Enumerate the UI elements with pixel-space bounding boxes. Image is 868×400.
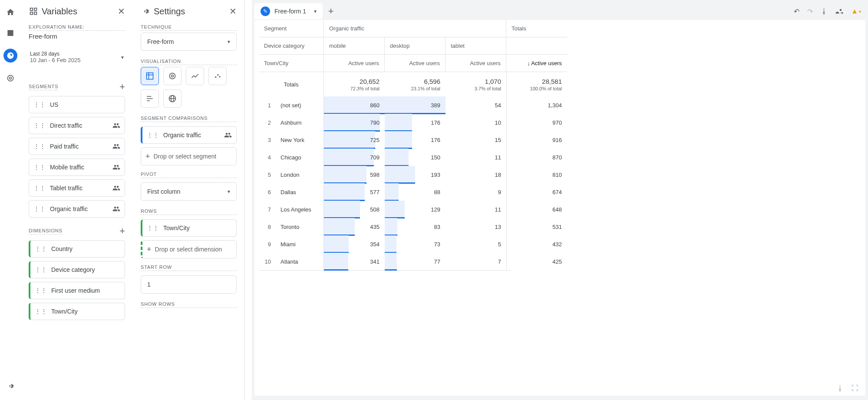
table-row[interactable]: 5London [259, 166, 324, 183]
table-row[interactable]: 3New York [259, 131, 324, 149]
dimension-chip[interactable]: ⋮⋮ Country [29, 240, 125, 258]
table-row[interactable]: 7Los Angeles [259, 201, 324, 218]
drag-handle-icon: ⋮⋮ [33, 185, 46, 192]
date-range-picker[interactable]: Last 28 days 10 Jan - 6 Feb 2025 ▾ [29, 48, 125, 66]
add-dimension-button[interactable]: + [119, 225, 125, 237]
tab-label: Free-form 1 [274, 8, 306, 15]
cell-mobile: 508 [324, 201, 385, 218]
table-row[interactable]: 9Miami [259, 235, 324, 253]
viz-donut-icon[interactable] [163, 67, 182, 85]
segment-chip[interactable]: ⋮⋮ Paid traffic [29, 138, 125, 155]
svg-rect-4 [34, 8, 37, 11]
viz-line-icon[interactable] [186, 67, 204, 85]
pivot-select[interactable]: First column ▾ [141, 182, 237, 201]
cell-total: 425 [506, 253, 567, 270]
caret-down-icon: ▾ [228, 188, 230, 195]
hdr-town-city: Town/City [259, 55, 324, 72]
hdr-active-users-total[interactable]: ↓Active users [506, 55, 567, 72]
add-tab-button[interactable]: + [323, 3, 339, 20]
cell-desktop: 176 [385, 131, 446, 149]
warning-icon[interactable]: ▲▾ [851, 7, 861, 16]
cell-desktop: 77 [385, 253, 446, 270]
svg-point-10 [172, 75, 174, 77]
drag-handle-icon: ⋮⋮ [147, 225, 159, 231]
drop-dimension-target[interactable]: + Drop or select dimension [141, 240, 237, 258]
viz-table-icon[interactable] [141, 67, 159, 85]
share-icon[interactable] [835, 7, 843, 16]
fullscreen-icon[interactable]: ⛶ [851, 384, 858, 392]
totals-desktop: 6,596 23.1% of total [385, 72, 446, 96]
admin-gear-icon[interactable] [5, 381, 16, 391]
hdr-mobile: mobile [324, 37, 385, 55]
download-icon[interactable]: ⭳ [821, 7, 828, 16]
svg-rect-3 [30, 12, 33, 15]
drag-handle-icon: ⋮⋮ [147, 132, 159, 139]
dimension-chip[interactable]: ⋮⋮ First user medium [29, 282, 125, 299]
viz-scatter-icon[interactable] [208, 67, 227, 85]
undo-icon[interactable]: ↶ [794, 7, 799, 16]
svg-point-9 [169, 73, 175, 79]
segment-comparison-label: Organic traffic [163, 132, 224, 139]
table-row[interactable]: 10Atlanta [259, 253, 324, 270]
close-variables-icon[interactable]: ✕ [118, 6, 125, 17]
hdr-active-users-desktop[interactable]: Active users [385, 55, 446, 72]
cell-desktop: 176 [385, 114, 446, 131]
reports-icon[interactable] [5, 28, 16, 38]
segment-comparisons-label: SEGMENT COMPARISONS [141, 116, 237, 122]
table-row[interactable]: 8Toronto [259, 218, 324, 235]
cell-total: 531 [506, 218, 567, 235]
table-row[interactable]: 1(not set) [259, 96, 324, 114]
segment-label: US [50, 101, 120, 108]
export-icon[interactable]: ⭳ [837, 384, 844, 392]
cell-tablet: 9 [446, 183, 506, 201]
dimension-chip[interactable]: ⋮⋮ Device category [29, 261, 125, 278]
dimension-label: Town/City [51, 308, 120, 315]
hdr-active-users-mobile[interactable]: Active users [324, 55, 385, 72]
people-icon [112, 122, 120, 129]
cell-desktop: 73 [385, 235, 446, 253]
exploration-name[interactable]: Free-form [29, 33, 125, 40]
segment-label: Organic traffic [50, 205, 112, 212]
viz-geo-icon[interactable] [163, 89, 182, 108]
drop-segment-target[interactable]: + Drop or select segment [141, 147, 237, 165]
advertising-icon[interactable] [5, 73, 16, 83]
technique-select[interactable]: Free-form ▾ [141, 33, 237, 51]
segment-chip[interactable]: ⋮⋮ Mobile traffic [29, 159, 125, 176]
dimension-chip[interactable]: ⋮⋮ Town/City [29, 303, 125, 320]
segment-comparison-chip[interactable]: ⋮⋮ Organic traffic [141, 126, 237, 144]
caret-down-icon[interactable]: ▾ [314, 8, 317, 14]
variables-title: Variables [42, 7, 77, 17]
table-row[interactable]: 2Ashburn [259, 114, 324, 131]
explore-icon[interactable] [3, 49, 17, 63]
home-icon[interactable] [5, 7, 16, 17]
rows-chip[interactable]: ⋮⋮ Town/City [141, 219, 237, 237]
segment-chip[interactable]: ⋮⋮ Direct traffic [29, 117, 125, 134]
caret-down-icon: ▾ [228, 39, 230, 45]
table-row[interactable]: 4Chicago [259, 149, 324, 166]
exploration-name-label: EXPLORATION NAME: [29, 24, 125, 31]
left-rail [0, 0, 21, 400]
rows-chip-label: Town/City [163, 225, 232, 231]
viz-bar-icon[interactable] [141, 89, 159, 108]
technique-value: Free-form [147, 38, 174, 45]
tab-freeform-1[interactable]: ✎ Free-form 1 ▾ [254, 3, 323, 20]
start-row-input[interactable] [141, 275, 237, 294]
segment-chip[interactable]: ⋮⋮ US [29, 96, 125, 113]
hdr-active-users-tablet[interactable]: Active users [446, 55, 506, 72]
visualisation-label: VISUALISATION [141, 59, 237, 65]
close-settings-icon[interactable]: ✕ [229, 6, 237, 17]
segment-label: Direct traffic [50, 122, 112, 129]
report-table: SegmentOrganic trafficTotalsDevice categ… [254, 20, 865, 396]
redo-icon[interactable]: ↷ [807, 7, 813, 16]
variables-panel: Variables ✕ EXPLORATION NAME: Free-form … [21, 0, 133, 400]
cell-tablet: 18 [446, 166, 506, 183]
segment-label: Paid traffic [50, 143, 112, 150]
drag-handle-icon: ⋮⋮ [33, 122, 46, 129]
segments-section-label: SEGMENTS [29, 84, 58, 90]
add-segment-button[interactable]: + [119, 81, 125, 93]
segment-chip[interactable]: ⋮⋮ Organic traffic [29, 200, 125, 218]
segment-chip[interactable]: ⋮⋮ Tablet traffic [29, 179, 125, 197]
cell-desktop: 389 [385, 96, 446, 114]
hdr-organic: Organic traffic [324, 20, 506, 37]
table-row[interactable]: 6Dallas [259, 183, 324, 201]
